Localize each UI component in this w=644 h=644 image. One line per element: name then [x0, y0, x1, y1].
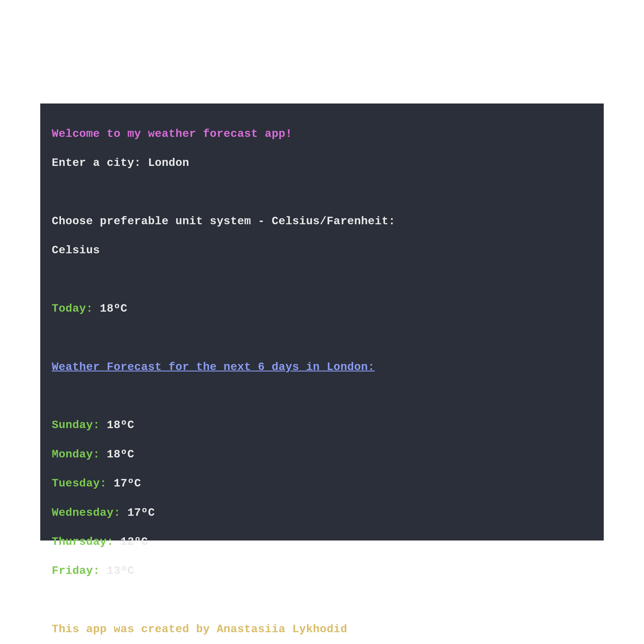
forecast-day-temp: 18ºC: [107, 448, 134, 461]
forecast-day-temp: 17ºC: [127, 507, 155, 519]
today-temp: 18ºC: [100, 302, 127, 315]
unit-input-value[interactable]: Celsius: [52, 244, 100, 257]
forecast-day-label: Thursday:: [52, 536, 120, 548]
forecast-day-label: Friday:: [52, 565, 107, 577]
unit-prompt-label: Choose preferable unit system - Celsius/…: [52, 215, 395, 228]
welcome-line: Welcome to my weather forecast app!: [52, 128, 292, 140]
forecast-day-label: Monday:: [52, 448, 107, 461]
forecast-day-label: Sunday:: [52, 419, 107, 432]
forecast-day-temp: 17ºC: [114, 477, 141, 490]
forecast-day-label: Tuesday:: [52, 477, 114, 490]
today-label: Today:: [52, 302, 100, 315]
forecast-header: Weather Forecast for the next 6 days in …: [52, 361, 375, 373]
forecast-day-label: Wednesday:: [52, 507, 127, 519]
terminal-output: Welcome to my weather forecast app! Ente…: [40, 103, 604, 541]
forecast-day-temp: 18ºC: [107, 419, 134, 432]
credit-line: This app was created by Anastasiia Lykho…: [52, 623, 347, 636]
forecast-day-temp: 13ºC: [107, 565, 134, 577]
city-prompt-label: Enter a city:: [52, 157, 148, 169]
city-input-value[interactable]: London: [148, 157, 189, 169]
forecast-day-temp: 12ºC: [120, 536, 148, 548]
